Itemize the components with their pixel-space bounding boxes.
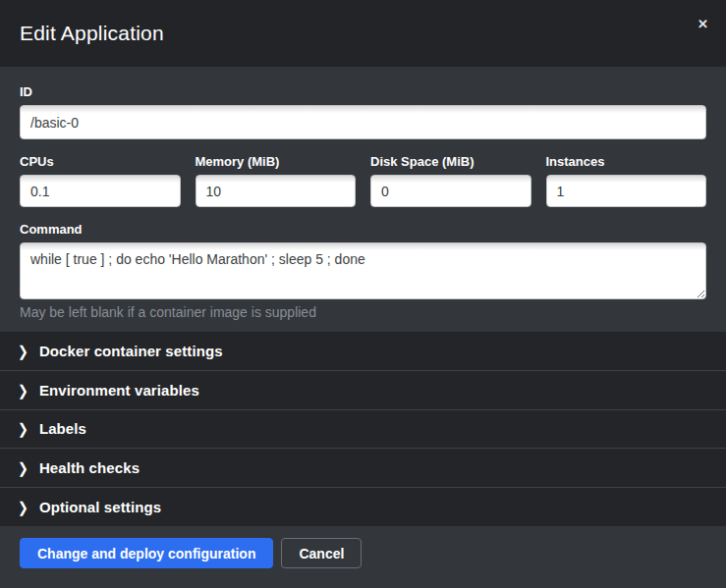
instances-input[interactable] — [546, 175, 707, 207]
section-label: Docker container settings — [39, 343, 223, 359]
section-label: Environment variables — [39, 382, 199, 399]
section-health-checks[interactable]: ❯ Health checks — [0, 449, 726, 488]
command-field-group: Command while [ true ] ; do echo 'Hello … — [20, 222, 706, 320]
application-form: ID CPUs Memory (MiB) Disk Space (MiB) In… — [0, 67, 726, 332]
memory-input[interactable] — [195, 175, 357, 207]
section-label: Health checks — [39, 459, 140, 476]
resources-row: CPUs Memory (MiB) Disk Space (MiB) Insta… — [20, 154, 706, 207]
chevron-right-icon: ❯ — [18, 459, 28, 476]
close-icon[interactable]: ✕ — [694, 14, 712, 34]
disk-space-input[interactable] — [370, 175, 531, 207]
memory-field-group: Memory (MiB) — [195, 154, 357, 207]
command-textarea[interactable]: while [ true ] ; do echo 'Hello Marathon… — [20, 242, 706, 299]
instances-label: Instances — [546, 154, 707, 169]
modal-footer: Change and deploy configuration Cancel — [0, 526, 726, 588]
chevron-right-icon: ❯ — [18, 343, 28, 359]
change-and-deploy-button[interactable]: Change and deploy configuration — [20, 538, 273, 568]
cancel-button[interactable]: Cancel — [281, 538, 362, 568]
id-input[interactable] — [20, 105, 706, 139]
section-labels[interactable]: ❯ Labels — [0, 410, 726, 450]
chevron-right-icon: ❯ — [18, 382, 28, 399]
section-label: Optional settings — [39, 499, 161, 515]
command-help-text: May be left blank if a container image i… — [20, 304, 706, 320]
command-label: Command — [20, 222, 706, 237]
modal-header: Edit Application ✕ — [0, 0, 726, 67]
section-docker-container-settings[interactable]: ❯ Docker container settings — [0, 332, 726, 371]
cpus-label: CPUs — [20, 154, 181, 169]
disk-space-label: Disk Space (MiB) — [370, 154, 531, 169]
cpus-field-group: CPUs — [20, 154, 181, 207]
id-field-group: ID — [20, 84, 706, 139]
disk-space-field-group: Disk Space (MiB) — [370, 154, 531, 207]
memory-label: Memory (MiB) — [195, 154, 357, 169]
cpus-input[interactable] — [20, 175, 181, 207]
instances-field-group: Instances — [546, 154, 707, 207]
modal-title: Edit Application — [20, 22, 164, 45]
edit-application-modal: Edit Application ✕ ID CPUs Memory (MiB) … — [0, 0, 726, 588]
accordion-sections: ❯ Docker container settings ❯ Environmen… — [0, 332, 726, 526]
section-label: Labels — [39, 420, 86, 437]
chevron-right-icon: ❯ — [18, 499, 28, 515]
id-label: ID — [20, 84, 706, 99]
chevron-right-icon: ❯ — [18, 420, 28, 437]
section-environment-variables[interactable]: ❯ Environment variables — [0, 371, 726, 410]
section-optional-settings[interactable]: ❯ Optional settings — [0, 488, 726, 526]
